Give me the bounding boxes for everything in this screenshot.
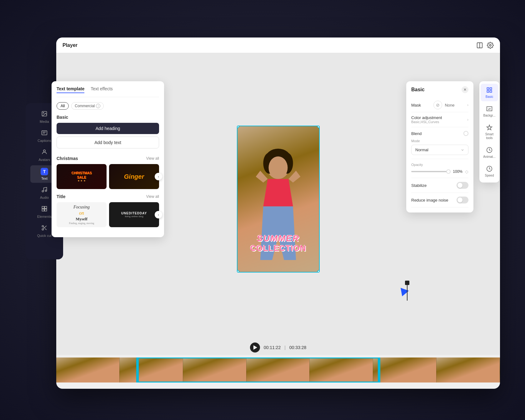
mask-chevron-icon: › (467, 103, 468, 107)
christmas-section-header: Christmas View all (57, 156, 159, 161)
christmas-sale-content: CHRISTMASSALE ★ ★ ★ (71, 171, 92, 182)
close-basic-panel[interactable]: ✕ (462, 86, 468, 93)
split-view-icon[interactable] (476, 42, 483, 49)
opacity-thumb (446, 169, 451, 174)
play-icon (253, 345, 257, 350)
mask-value: None (445, 103, 454, 108)
elements-icon (41, 206, 48, 213)
stabilize-toggle[interactable] (457, 182, 468, 189)
sidebar-item-label-elements: Elements (37, 215, 52, 218)
mask-icon: ⊘ (433, 101, 442, 109)
filter-all[interactable]: All (57, 102, 69, 110)
play-button[interactable] (250, 342, 260, 352)
focusing-on: on (69, 210, 94, 217)
color-adj-sub: Basic,HSL,Curves (411, 120, 467, 124)
title-template-2[interactable]: UNEDITEDDAY living online blog (109, 202, 159, 227)
tool-animate[interactable]: Animat... (481, 144, 498, 161)
text-panel: Text template Text effects All Commercia… (52, 81, 164, 237)
opacity-section: Opacity 100% ◇ (411, 159, 468, 178)
add-body-button[interactable]: Add body text (57, 137, 159, 148)
title-template-1[interactable]: Focusing on Myself Finding, staging, mov… (57, 202, 107, 227)
mask-row[interactable]: Mask ⊘ None › (411, 98, 468, 112)
handle-bottom-right[interactable] (317, 270, 320, 272)
tool-speed[interactable]: Speed (481, 162, 498, 180)
tab-text-template[interactable]: Text template (57, 86, 84, 93)
svg-rect-19 (45, 209, 47, 211)
stabilize-row: Stabilize (411, 178, 468, 193)
tool-basic[interactable]: Basic (481, 84, 498, 101)
tool-background[interactable]: Backgr... (481, 102, 498, 120)
christmas-view-all[interactable]: View all (146, 156, 159, 161)
christmas-sale-sub: ★ ★ ★ (71, 179, 92, 182)
add-heading-button[interactable]: Add heading (57, 123, 159, 134)
timeline-scrubber-pin[interactable] (405, 281, 409, 301)
settings-icon[interactable] (487, 42, 494, 49)
basic-section-title: Basic (57, 115, 159, 120)
unedited-content: UNEDITEDDAY living online blog (121, 212, 147, 218)
tab-text-effects[interactable]: Text effects (91, 86, 113, 93)
handle-bottom-left[interactable] (237, 270, 239, 272)
svg-point-13 (43, 150, 46, 152)
blend-radio[interactable] (463, 131, 468, 136)
summer-text-overlay: SUMMER COLLECTION (244, 233, 312, 253)
timeline-strip[interactable] (56, 358, 500, 382)
chevron-down-icon (461, 148, 464, 152)
blend-mode-value: Normal (415, 148, 428, 152)
tool-basic-label: Basic (486, 95, 493, 99)
christmas-template-1[interactable]: CHRISTMASSALE ★ ★ ★ (57, 164, 107, 189)
timeline-thumb-3 (183, 358, 247, 382)
current-time: 00:11:22 (264, 345, 281, 350)
opacity-row: 100% ◇ (411, 169, 468, 174)
background-tool-icon (486, 105, 493, 112)
color-adj-content: Color adjustment Basic,HSL,Curves (411, 115, 467, 124)
christmas-nav-right[interactable]: › (155, 173, 162, 180)
christmas-template-2[interactable]: Ginger (109, 164, 159, 189)
title-nav-right[interactable]: › (155, 211, 162, 218)
basic-tool-icon (486, 86, 493, 94)
opacity-label: Opacity (411, 163, 468, 167)
opacity-fill (411, 171, 448, 172)
svg-point-2 (489, 44, 491, 46)
blend-section: Blend Mode Normal (411, 127, 468, 159)
player-header-icons (476, 42, 494, 49)
mode-label: Mode (411, 139, 468, 143)
tool-smart[interactable]: Smart tools (481, 121, 498, 142)
mask-label: Mask (411, 103, 421, 108)
reduce-noise-label: Reduce image noise (411, 198, 448, 202)
reduce-noise-toggle-thumb (458, 198, 462, 202)
sidebar-item-label-captions: Captions (38, 139, 51, 142)
filter-row: All Commercial i (57, 102, 159, 110)
tool-smart-label: Smart tools (482, 132, 496, 140)
svg-rect-25 (487, 88, 489, 90)
sidebar-item-label-audio: Audio (40, 196, 49, 199)
opacity-reset-icon[interactable]: ◇ (465, 169, 468, 174)
avatars-icon (41, 149, 48, 157)
title-view-all[interactable]: View all (146, 194, 159, 199)
color-adjustment-row[interactable]: Color adjustment Basic,HSL,Curves › (411, 112, 468, 127)
media-icon (41, 111, 48, 118)
blend-mode-select[interactable]: Normal (411, 145, 468, 155)
summer-line2: COLLECTION (244, 243, 312, 253)
tool-speed-label: Speed (485, 174, 494, 178)
unedited-sub: living online blog (121, 215, 147, 218)
total-time: 00:33:28 (289, 345, 307, 350)
title-section-title: Title (57, 194, 66, 199)
filter-commercial[interactable]: Commercial i (71, 102, 104, 110)
sidebar-item-label-media: Media (40, 120, 49, 123)
sidebar-item-label-avatars: Avatars (38, 158, 50, 162)
panel-tabs: Text template Text effects (57, 86, 159, 97)
info-icon: i (96, 104, 100, 108)
player-header: Player (56, 38, 500, 53)
timeline-thumb-7 (437, 358, 500, 382)
svg-point-15 (45, 190, 47, 192)
sidebar-item-label-text: Text (41, 177, 48, 180)
opacity-slider[interactable] (411, 171, 450, 172)
svg-point-14 (42, 191, 44, 192)
svg-point-21 (42, 229, 44, 230)
christmas-title: Christmas (57, 156, 78, 161)
commercial-label: Commercial (75, 104, 95, 108)
reduce-noise-toggle[interactable] (457, 197, 468, 203)
tool-animate-label: Animat... (483, 155, 495, 159)
timeline-thumb-5 (310, 358, 373, 382)
focusing-em: Focusing (69, 204, 94, 210)
